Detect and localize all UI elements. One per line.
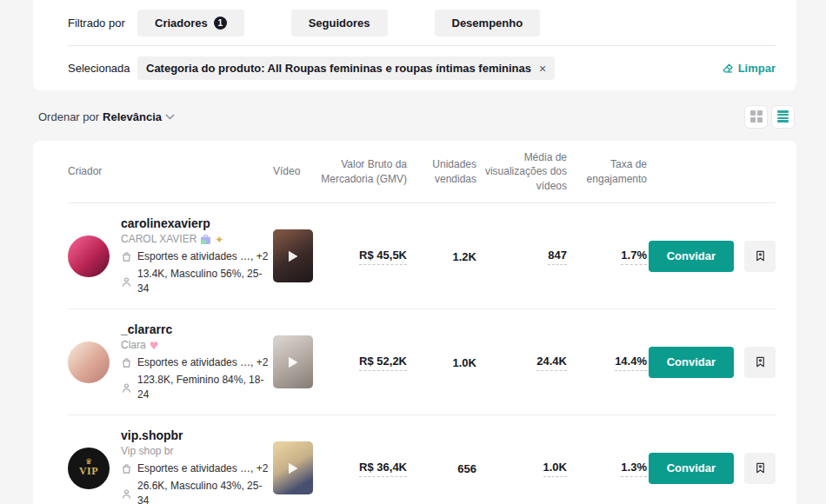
filter-panel: Filtrado por Criadores 1 Seguidores Dese…: [33, 0, 796, 90]
clear-filters-link[interactable]: Limpar: [722, 62, 776, 75]
bookmark-button[interactable]: [744, 241, 776, 272]
video-cell: [273, 335, 316, 388]
play-icon: [288, 461, 299, 474]
gmv-value[interactable]: R$ 45,5K: [359, 249, 407, 265]
play-icon: [288, 355, 299, 368]
gmv-value[interactable]: R$ 52,2K: [359, 355, 407, 371]
engagement-value[interactable]: 14.4%: [615, 355, 647, 371]
view-toggle: [744, 105, 795, 129]
creator-cell: carolinexavierp CAROL XAVIER ✦ Esportes …: [68, 216, 273, 296]
bookmark-button[interactable]: [744, 453, 776, 484]
creator-cell: _clararrc Clara ♥ Esportes e atividades …: [68, 322, 273, 402]
header-gmv: Valor Bruto da Mercadoria (GMV): [316, 157, 407, 185]
shopping-bag-icon: [121, 463, 132, 474]
header-criador: Criador: [68, 164, 273, 178]
bookmark-button[interactable]: [744, 347, 776, 378]
selected-filter-tag: Categoria do produto: All Roupas feminin…: [137, 56, 555, 80]
heart-icon: ♥: [150, 341, 159, 351]
filtered-by-label: Filtrado por: [68, 17, 137, 30]
sort-by-dropdown[interactable]: Ordenar por Relevância: [38, 110, 175, 123]
creator-marketplace-page: Filtrado por Criadores 1 Seguidores Dese…: [33, 0, 796, 504]
list-view-icon: [777, 110, 789, 122]
engagement-value[interactable]: 1.7%: [621, 249, 647, 265]
avatar[interactable]: ♛ VIP: [68, 448, 110, 489]
filter-chip-label: Desempenho: [452, 17, 523, 30]
row-actions: Convidar: [649, 453, 776, 484]
creator-display-name: Clara ♥: [121, 338, 273, 353]
creator-categories: Esportes e atividades …, +2: [121, 249, 273, 264]
invite-button[interactable]: Convidar: [649, 453, 734, 484]
video-cell: [273, 441, 316, 494]
row-actions: Convidar: [649, 241, 776, 272]
clear-filters-label: Limpar: [738, 62, 776, 75]
filter-chip-label: Seguidores: [309, 17, 370, 30]
avatar[interactable]: [68, 235, 110, 277]
creator-display-name: CAROL XAVIER ✦: [121, 232, 273, 247]
chevron-down-icon: [165, 114, 175, 120]
creator-audience-text: 123.8K, Feminino 84%, 18-24: [137, 373, 273, 402]
video-thumbnail[interactable]: [273, 229, 313, 282]
filter-chip-criadores[interactable]: Criadores 1: [137, 10, 244, 36]
units-sold-value: 1.0K: [453, 356, 476, 369]
creator-info: _clararrc Clara ♥ Esportes e atividades …: [121, 322, 273, 402]
header-unidades: Unidades vendidas: [407, 157, 476, 185]
creator-audience: 26.6K, Masculino 43%, 25-34: [121, 479, 273, 504]
shopping-bag-icon: [121, 251, 132, 262]
filter-chip-seguidores[interactable]: Seguidores: [291, 10, 388, 36]
creator-audience: 123.8K, Feminino 84%, 18-24: [121, 373, 273, 402]
selected-filter-text: Categoria do produto: All Roupas feminin…: [146, 62, 531, 75]
creator-display-text: Vip shop br: [121, 444, 174, 459]
video-cell: [273, 229, 316, 282]
avatar[interactable]: [68, 342, 110, 383]
video-thumbnail[interactable]: [273, 441, 313, 494]
creator-categories-text: Esportes e atividades …, +2: [137, 355, 268, 370]
creator-username[interactable]: carolinexavierp: [121, 216, 273, 232]
avg-views-value[interactable]: 847: [548, 249, 567, 265]
creator-cell: ♛ VIP vip.shopbr Vip shop br Esportes e …: [68, 428, 273, 504]
close-icon[interactable]: ×: [539, 63, 546, 75]
header-media-visualizacoes: Média de visualizações dos vídeos: [476, 150, 567, 193]
avg-views-value[interactable]: 1.0K: [543, 461, 567, 477]
creator-audience: 13.4K, Masculino 56%, 25-34: [121, 267, 273, 296]
grid-view-button[interactable]: [744, 105, 768, 129]
video-thumbnail[interactable]: [273, 335, 313, 388]
creator-categories: Esportes e atividades …, +2: [121, 461, 273, 476]
bookmark-icon: [754, 461, 767, 474]
table-header-row: Criador Vídeo Valor Bruto da Mercadoria …: [68, 141, 776, 203]
creator-username[interactable]: vip.shopbr: [121, 428, 273, 444]
sort-row: Ordenar por Relevância: [33, 90, 796, 139]
audience-icon: [121, 276, 132, 288]
filtered-by-row: Filtrado por Criadores 1 Seguidores Dese…: [68, 0, 776, 45]
filter-count-badge: 1: [214, 17, 227, 30]
creator-audience-text: 13.4K, Masculino 56%, 25-34: [137, 267, 273, 296]
engagement-value[interactable]: 1.3%: [621, 461, 647, 477]
creator-display-name: Vip shop br: [121, 444, 273, 459]
creator-username[interactable]: _clararrc: [121, 322, 273, 338]
units-sold-value: 656: [457, 462, 476, 475]
filter-chip-desempenho[interactable]: Desempenho: [435, 10, 541, 36]
creator-display-text: CAROL XAVIER: [121, 232, 197, 247]
creator-row: carolinexavierp CAROL XAVIER ✦ Esportes …: [68, 203, 776, 309]
sort-by-label: Ordenar por: [38, 110, 99, 123]
eraser-icon: [722, 63, 734, 75]
invite-button[interactable]: Convidar: [649, 241, 734, 272]
list-view-button[interactable]: [771, 105, 795, 129]
creator-info: carolinexavierp CAROL XAVIER ✦ Esportes …: [121, 216, 273, 296]
creator-row: ♛ VIP vip.shopbr Vip shop br Esportes e …: [68, 415, 776, 504]
creator-row: _clararrc Clara ♥ Esportes e atividades …: [68, 309, 776, 415]
grid-view-icon: [750, 110, 763, 123]
filter-chip-label: Criadores: [155, 17, 208, 30]
creator-audience-text: 26.6K, Masculino 43%, 25-34: [137, 479, 273, 504]
creator-categories: Esportes e atividades …, +2: [121, 355, 273, 370]
filter-chips: Criadores 1 Seguidores Desempenho: [137, 10, 540, 36]
briefcase-badge-icon: [200, 235, 211, 245]
invite-button[interactable]: Convidar: [649, 347, 734, 378]
avg-views-value[interactable]: 24.4K: [536, 355, 567, 371]
creator-categories-text: Esportes e atividades …, +2: [137, 461, 268, 476]
audience-icon: [121, 382, 132, 394]
units-sold-value: 1.2K: [453, 250, 476, 263]
creator-display-text: Clara: [121, 338, 146, 353]
gmv-value[interactable]: R$ 36,4K: [359, 461, 407, 477]
avatar-vip-text: VIP: [79, 465, 98, 478]
creators-table: Criador Vídeo Valor Bruto da Mercadoria …: [33, 141, 796, 504]
